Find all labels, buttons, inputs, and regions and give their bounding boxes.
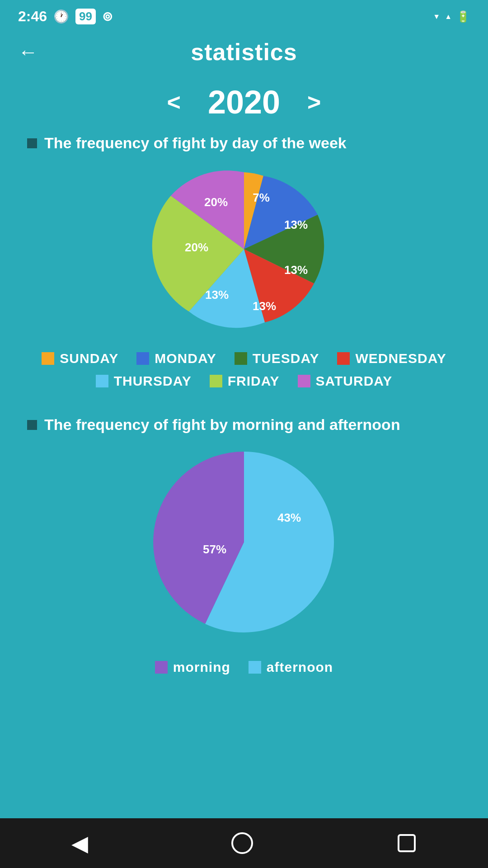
home-circle-icon — [230, 831, 254, 855]
legend-2: morning afternoon — [0, 655, 488, 689]
alarm-icon: 🕐 — [53, 9, 69, 24]
monday-label: 13% — [284, 218, 308, 231]
legend-thursday: THURSDAY — [96, 373, 192, 389]
thursday-label: 13% — [205, 288, 229, 302]
legend-afternoon: afternoon — [249, 660, 333, 675]
tuesday-label: 13% — [284, 263, 308, 277]
afternoon-text: afternoon — [267, 660, 333, 675]
morning-text: morning — [173, 660, 230, 675]
saturday-text: SATURDAY — [316, 373, 393, 389]
tuesday-text: TUESDAY — [253, 351, 319, 366]
thursday-color — [96, 375, 108, 387]
page-title: statistics — [191, 38, 297, 66]
legend-1: SUNDAY MONDAY TUESDAY WEDNESDAY THURSDAY… — [0, 346, 488, 402]
legend-saturday: SATURDAY — [298, 373, 393, 389]
year-selector: < 2020 > — [0, 75, 488, 134]
svg-point-0 — [232, 833, 252, 853]
wednesday-text: WEDNESDAY — [355, 351, 446, 366]
afternoon-label: 57% — [203, 542, 226, 556]
back-button[interactable]: ← — [18, 41, 38, 63]
afternoon-color — [249, 661, 261, 674]
tuesday-color — [235, 352, 247, 365]
battery-icon: 🔋 — [456, 10, 470, 23]
nav-home-button[interactable] — [230, 831, 254, 855]
signal-icon: ▲ — [445, 13, 452, 21]
nav-square-button[interactable] — [397, 833, 417, 853]
monday-color — [136, 352, 149, 365]
legend-sunday: SUNDAY — [42, 351, 118, 366]
header: ← statistics — [0, 29, 488, 75]
legend-morning: morning — [155, 660, 230, 675]
morning-color — [155, 661, 168, 674]
wifi-icon: ▼ — [433, 13, 440, 21]
pie-chart-2: 57% 43% — [0, 443, 488, 642]
saturday-color — [298, 375, 310, 387]
morning-afternoon-svg: 57% 43% — [131, 443, 357, 642]
weekly-pie-svg: 7% 13% 13% 13% 13% 20% 20% — [149, 161, 339, 333]
saturday-label: 20% — [204, 195, 228, 209]
monday-text: MONDAY — [155, 351, 216, 366]
nav-back-button[interactable]: ◀ — [71, 830, 88, 856]
section1-text: The frequency of fight by day of the wee… — [44, 134, 347, 152]
legend-monday: MONDAY — [136, 351, 216, 366]
status-time: 2:46 — [18, 8, 47, 25]
friday-label: 20% — [185, 241, 208, 254]
sunday-label: 7% — [253, 191, 270, 204]
pie-chart-1: 7% 13% 13% 13% 13% 20% 20% — [0, 161, 488, 333]
sunday-text: SUNDAY — [60, 351, 118, 366]
friday-color — [210, 375, 222, 387]
thursday-text: THURSDAY — [114, 373, 192, 389]
friday-text: FRIDAY — [228, 373, 280, 389]
section1-label: The frequency of fight by day of the wee… — [0, 134, 488, 152]
at-icon: ⊚ — [102, 9, 113, 24]
year-label: 2020 — [208, 84, 280, 121]
section2-text: The frequency of fight by morning and af… — [44, 416, 400, 434]
svg-rect-1 — [399, 835, 415, 851]
sunday-color — [42, 352, 54, 365]
prev-year-button[interactable]: < — [167, 89, 181, 116]
section2-label: The frequency of fight by morning and af… — [0, 416, 488, 434]
morning-label: 43% — [277, 511, 301, 524]
legend-friday: FRIDAY — [210, 373, 280, 389]
legend-tuesday: TUESDAY — [235, 351, 319, 366]
section1-icon — [27, 138, 37, 148]
status-left: 2:46 🕐 99 ⊚ — [18, 8, 113, 25]
status-bar: 2:46 🕐 99 ⊚ ▼ ▲ 🔋 — [0, 0, 488, 29]
status-right: ▼ ▲ 🔋 — [433, 10, 470, 23]
section2-icon — [27, 420, 37, 430]
notification-badge: 99 — [75, 9, 96, 24]
square-icon — [397, 833, 417, 853]
wednesday-label: 13% — [253, 299, 276, 313]
bottom-nav: ◀ — [0, 818, 488, 868]
next-year-button[interactable]: > — [307, 89, 321, 116]
legend-wednesday: WEDNESDAY — [337, 351, 446, 366]
wednesday-color — [337, 352, 350, 365]
